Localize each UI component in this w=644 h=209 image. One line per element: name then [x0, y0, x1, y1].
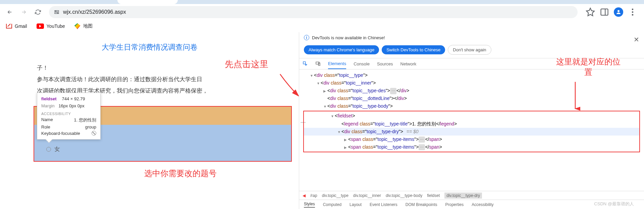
- tab-console[interactable]: Console: [354, 58, 370, 69]
- svg-point-7: [632, 9, 634, 10]
- watermark: CSDN @最靠谱的人: [594, 201, 634, 207]
- tab-dom-breakpoints[interactable]: DOM Breakpoints: [406, 202, 437, 207]
- svg-point-8: [632, 11, 634, 13]
- tab-properties[interactable]: Properties: [445, 202, 464, 207]
- bookmark-youtube[interactable]: YouTube: [37, 23, 65, 29]
- svg-point-2: [55, 11, 56, 11]
- device-icon[interactable]: [315, 61, 321, 66]
- svg-point-3: [57, 13, 58, 13]
- address-bar[interactable]: wjx.cn/xz/252696096.aspx: [49, 6, 578, 18]
- annotation-position: 这里就是对应的位 置: [556, 56, 621, 77]
- reload-button[interactable]: [32, 6, 44, 18]
- devtools-panel: ✕ i DevTools is now available in Chinese…: [299, 32, 644, 209]
- page-content: 先点击这里 fieldset744 × 92.79 Margin 16px 0p…: [0, 32, 299, 209]
- tooltip-dimensions: 744 × 92.79: [62, 96, 85, 101]
- star-icon[interactable]: [586, 7, 595, 17]
- menu-icon[interactable]: [628, 7, 637, 17]
- ellipsis-icon[interactable]: ⋮: [299, 120, 307, 125]
- panel-icon[interactable]: [600, 7, 609, 17]
- breadcrumb[interactable]: ◀ /rap div.topic__type div.topic__inner …: [299, 191, 644, 200]
- radio-icon: [46, 147, 51, 152]
- back-button[interactable]: [4, 6, 15, 18]
- bookmark-maps[interactable]: 地图: [74, 23, 93, 29]
- devtools-tabs: Elements Console Sources Network 这里就是对应的…: [299, 58, 644, 69]
- btn-switch-chinese[interactable]: Switch DevTools to Chinese: [382, 45, 445, 54]
- dom-tree[interactable]: ⋮ ▼<div class="topic__type"> ▼<div class…: [299, 69, 644, 191]
- info-icon: i: [304, 35, 309, 40]
- annotation-select-question: 选中你需要改的题号: [144, 168, 217, 179]
- tooltip-element: fieldset: [41, 96, 57, 101]
- svg-point-6: [618, 10, 620, 12]
- profile-avatar[interactable]: [614, 7, 623, 17]
- tab-layout[interactable]: Layout: [350, 202, 362, 207]
- tab-styles[interactable]: Styles: [304, 202, 315, 208]
- inspect-tooltip: fieldset744 × 92.79 Margin 16px 0px 0px …: [37, 93, 101, 140]
- styles-tabs: Styles Computed Layout Event Listeners D…: [299, 200, 644, 209]
- tab-network[interactable]: Network: [400, 58, 417, 69]
- btn-dont-show[interactable]: Don't show again: [448, 45, 491, 55]
- annotation-click-here: 先点击这里: [225, 58, 268, 70]
- site-settings-icon[interactable]: [54, 9, 60, 15]
- tab-accessibility[interactable]: Accessibility: [472, 202, 493, 207]
- inspect-icon[interactable]: [303, 61, 308, 66]
- prohibit-icon: [92, 131, 96, 136]
- url-text: wjx.cn/xz/252696096.aspx: [63, 9, 126, 15]
- svg-point-9: [632, 14, 634, 16]
- browser-toolbar: wjx.cn/xz/252696096.aspx: [0, 4, 644, 20]
- bookmarks-bar: Gmail YouTube 地图: [0, 20, 644, 32]
- btn-match-language[interactable]: Always match Chrome's language: [304, 45, 379, 54]
- forward-button[interactable]: [18, 6, 30, 18]
- text-line: 参与本次调查活动！此次调研的目的：通过数据分析当代大学生日: [37, 74, 299, 85]
- tab-computed[interactable]: Computed: [323, 202, 341, 207]
- tab-event-listeners[interactable]: Event Listeners: [370, 202, 397, 207]
- arrow-icon: [278, 72, 302, 99]
- tab-sources[interactable]: Sources: [377, 58, 393, 69]
- survey-title: 大学生日常消费情况调查问卷: [0, 42, 299, 52]
- option-female[interactable]: 女: [41, 142, 284, 156]
- svg-rect-10: [303, 62, 306, 64]
- svg-rect-4: [601, 9, 608, 15]
- tab-elements[interactable]: Elements: [328, 58, 346, 69]
- devtools-info-bar: i DevTools is now available in Chinese!: [299, 32, 644, 43]
- bookmark-gmail[interactable]: Gmail: [6, 23, 27, 29]
- maps-icon: [74, 23, 80, 29]
- gmail-icon: [6, 24, 12, 29]
- close-icon[interactable]: ✕: [634, 36, 639, 44]
- youtube-icon: [37, 23, 44, 29]
